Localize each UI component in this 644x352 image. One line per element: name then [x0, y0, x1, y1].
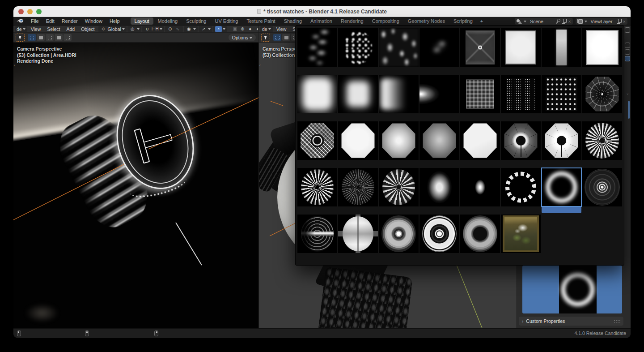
select-box-button[interactable]: [273, 34, 281, 41]
texture-item-vintage-lamp-cross[interactable]: [338, 215, 378, 260]
scene-selector[interactable]: Scene ×: [515, 18, 572, 25]
chevron-down-icon[interactable]: ⌄: [626, 91, 629, 95]
texture-item-fresnel-rings[interactable]: [582, 168, 622, 213]
select-intersect-button[interactable]: [64, 34, 72, 41]
proportional-edit-control[interactable]: ⊙∿: [165, 26, 183, 32]
xray-toggle-icon[interactable]: ▣: [232, 26, 238, 32]
texture-item-par-can-face[interactable]: [297, 215, 337, 260]
texture-item-octabox-back-spokes[interactable]: [582, 75, 622, 120]
texture-item-spoke-burst-fine[interactable]: [338, 168, 378, 213]
texture-item-octabox-dim[interactable]: [419, 121, 459, 167]
view-object-types-dropdown[interactable]: ◉: [184, 26, 198, 32]
pin-icon[interactable]: [556, 19, 560, 24]
texture-item-concentric-rings-bw[interactable]: [419, 215, 459, 260]
texture-item-spoke-burst-coarse[interactable]: [379, 168, 419, 213]
properties-tab-icon[interactable]: [625, 27, 630, 33]
texture-item-softbox-dark-cross[interactable]: [460, 28, 500, 73]
view-layer-selector[interactable]: ViewLayer ×: [576, 18, 627, 25]
viewport-menu-view[interactable]: View: [28, 26, 44, 32]
overlays-dropdown[interactable]: ◔: [213, 26, 227, 32]
custom-properties-panel-header[interactable]: › Custom Properties: [519, 317, 623, 326]
menu-render[interactable]: Render: [58, 18, 81, 24]
texture-item-thick-ring-gray[interactable]: [460, 215, 500, 260]
texture-item-softbox-bright[interactable]: [582, 28, 622, 73]
tab-scripting[interactable]: Scripting: [449, 17, 477, 25]
select-subtract-button[interactable]: [46, 34, 54, 41]
texture-item-bokeh-circle[interactable]: [338, 28, 378, 73]
active-tool-tweak-icon[interactable]: [16, 34, 25, 42]
texture-item-led-panel-dots[interactable]: [501, 75, 541, 120]
texture-item-octabox-grid-ring[interactable]: [297, 121, 337, 167]
viewport-rendered[interactable]: de View Select Add Object ⟐Global ◎ ∪⊢H …: [13, 26, 258, 328]
viewport-menu-add[interactable]: Add: [64, 26, 77, 32]
menu-window[interactable]: Window: [81, 18, 106, 24]
texture-item-wire-mesh-grid[interactable]: [460, 75, 500, 120]
menu-help[interactable]: Help: [106, 18, 123, 24]
texture-item-soft-double-blob[interactable]: [419, 28, 459, 73]
tab-animation[interactable]: Animation: [306, 17, 336, 25]
texture-item-glass-block-window[interactable]: [501, 215, 541, 260]
scene-name[interactable]: Scene: [528, 19, 554, 24]
shading-wireframe-icon[interactable]: ⊕: [239, 26, 246, 32]
sidebar-expand-icon[interactable]: ‹: [14, 63, 15, 68]
active-tool-tweak-icon[interactable]: [261, 34, 270, 42]
texture-item-octabox-flat[interactable]: [460, 121, 500, 167]
tab-sculpting[interactable]: Sculpting: [182, 17, 210, 25]
select-invert-button[interactable]: [55, 34, 63, 41]
tab-uv-editing[interactable]: UV Editing: [211, 17, 242, 25]
tab-compositing[interactable]: Compositing: [368, 17, 403, 25]
tab-modeling[interactable]: Modeling: [154, 17, 182, 25]
add-workspace-button[interactable]: +: [477, 17, 486, 25]
texture-item-edge-glow-left[interactable]: [419, 75, 459, 120]
pivot-point-dropdown[interactable]: ◎: [127, 26, 141, 32]
texture-item-softbox-rect[interactable]: [501, 28, 541, 73]
texture-item-led-dot-ring[interactable]: [501, 168, 541, 213]
viewport-menu-object[interactable]: Object: [78, 26, 97, 32]
texture-item-octabox-hotspot[interactable]: [379, 121, 419, 167]
texture-item-umbrella-octa-bright[interactable]: [542, 121, 581, 167]
shading-solid-icon[interactable]: ●: [247, 26, 254, 32]
texture-item-glow-square-medium[interactable]: [338, 75, 378, 120]
viewport-menu-view[interactable]: View: [274, 26, 289, 32]
texture-item-umbrella-octa-dark[interactable]: [501, 121, 541, 167]
properties-tab-icon-active[interactable]: [625, 56, 630, 61]
texture-item-caustic-streaks[interactable]: [297, 28, 337, 73]
snapping-control[interactable]: ∪⊢H: [142, 26, 164, 32]
texture-item-oval-glow-small[interactable]: [460, 168, 500, 213]
transform-orientation-dropdown[interactable]: ⟐Global: [98, 26, 127, 32]
tab-texture-paint[interactable]: Texture Paint: [242, 17, 279, 25]
mode-dropdown[interactable]: de: [260, 26, 273, 32]
menu-edit[interactable]: Edit: [42, 18, 58, 24]
viewport-menu-select[interactable]: Select: [44, 26, 63, 32]
remove-view-layer-icon[interactable]: ×: [623, 19, 626, 24]
texture-item-glow-fade-right[interactable]: [379, 75, 419, 120]
texture-item-beauty-dish-ribs[interactable]: [582, 121, 622, 167]
select-box-button[interactable]: [28, 34, 36, 41]
blender-logo-icon[interactable]: [17, 18, 24, 24]
texture-item-ring-light-gray[interactable]: [379, 215, 419, 260]
scrollbar[interactable]: [628, 101, 630, 119]
sidebar-expand-icon[interactable]: ‹: [259, 63, 261, 68]
select-extend-button[interactable]: [37, 34, 45, 41]
view-layer-name[interactable]: ViewLayer: [589, 19, 615, 24]
texture-item-glow-square-large[interactable]: [297, 75, 337, 120]
menu-file[interactable]: File: [27, 18, 42, 24]
options-button[interactable]: Options: [229, 34, 256, 41]
shading-material-icon[interactable]: ◐: [254, 26, 258, 32]
tab-layout[interactable]: Layout: [131, 17, 153, 25]
texture-item-octabox-white[interactable]: [338, 121, 378, 167]
panel-grip-icon[interactable]: [614, 319, 620, 323]
unlink-scene-icon[interactable]: ×: [568, 19, 571, 24]
select-extend-button[interactable]: [282, 34, 290, 41]
tab-rendering[interactable]: Rendering: [337, 17, 368, 25]
gizmo-dropdown[interactable]: ↗: [199, 26, 212, 32]
texture-item-spoke-burst-bright[interactable]: [297, 168, 337, 213]
mode-dropdown[interactable]: de: [15, 26, 27, 32]
properties-tab-icon[interactable]: [625, 43, 630, 48]
properties-tab-icon[interactable]: [625, 49, 630, 55]
texture-item-soft-ring[interactable]: [542, 168, 581, 213]
texture-item-oval-glow-large[interactable]: [419, 168, 459, 213]
new-scene-icon[interactable]: [562, 19, 566, 24]
light-texture-preview[interactable]: [522, 266, 622, 313]
tab-shading[interactable]: Shading: [280, 17, 306, 25]
